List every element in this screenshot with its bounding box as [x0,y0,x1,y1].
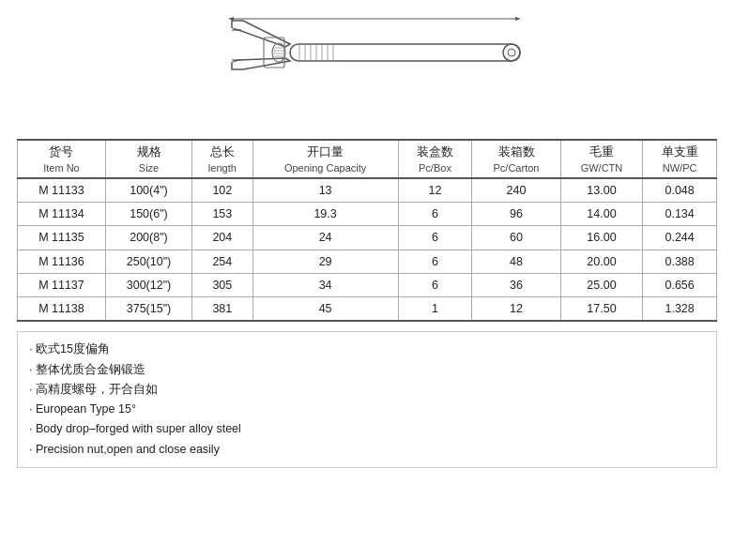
cell-opening: 13 [252,178,398,203]
table-row: M 11135 200(8") 204 24 6 60 16.00 0.244 [18,226,717,250]
cell-nw: 0.244 [643,226,717,250]
cell-length: 204 [192,226,253,250]
cell-length: 102 [192,178,253,203]
svg-marker-22 [228,17,234,21]
feature-zh: · 整体优质合金钢锻造 [29,360,705,380]
cell-pcbox: 6 [398,203,472,226]
cell-nw: 0.048 [643,178,717,203]
svg-marker-10 [232,21,290,47]
feature-zh: · 高精度螺母，开合自如 [29,380,705,400]
svg-point-8 [503,44,520,61]
cell-size: 250(10") [105,250,191,273]
svg-rect-0 [290,44,520,61]
feature-zh: · 欧式15度偏角 [29,340,705,359]
cell-pccarton: 36 [472,273,560,296]
col-header-pccarton: 装箱数Pc/Carton [472,140,560,178]
cell-nw: 0.656 [643,273,717,296]
table-body: M 11133 100(4") 102 13 12 240 13.00 0.04… [18,178,717,322]
cell-nw: 1.328 [643,297,717,322]
feature-en: · Precision nut,open and close easily [29,440,705,460]
cell-pcbox: 1 [398,297,472,322]
cell-pcbox: 6 [398,273,472,296]
cell-opening: 19.3 [252,203,398,226]
cell-pccarton: 12 [472,297,560,322]
col-header-pcbox: 装盒数Pc/Box [398,140,472,178]
cell-nw: 0.134 [643,203,717,226]
table-row: M 11136 250(10") 254 29 6 48 20.00 0.388 [18,250,717,273]
svg-point-9 [508,49,515,56]
col-header-nw: 单支重NW/PC [643,140,717,178]
page: 货号Item No 规格Size 总长length 开口量Opening Cap… [0,0,734,560]
cell-item: M 11136 [18,250,106,273]
cell-length: 153 [192,203,253,226]
cell-length: 254 [192,250,253,273]
table-row: M 11134 150(6") 153 19.3 6 96 14.00 0.13… [18,203,717,226]
cell-size: 375(15") [105,297,191,322]
features-content: · 欧式15度偏角· 整体优质合金钢锻造· 高精度螺母，开合自如· Europe… [29,340,705,460]
cell-pccarton: 48 [472,250,560,273]
cell-opening: 34 [252,273,398,296]
col-header-opening: 开口量Opening Capacity [252,140,398,178]
cell-gw: 16.00 [560,226,643,250]
cell-item: M 11133 [18,178,106,203]
table-header-main: 货号Item No 规格Size 总长length 开口量Opening Cap… [18,140,717,178]
cell-opening: 24 [252,226,398,250]
cell-length: 305 [192,273,253,296]
cell-length: 381 [192,297,253,322]
col-header-gw: 毛重GW/CTN [560,140,643,178]
cell-size: 300(12") [105,273,191,296]
cell-pcbox: 6 [398,226,472,250]
feature-en: · Body drop–forged with super alloy stee… [29,419,705,439]
cell-gw: 20.00 [560,250,643,273]
table-row: M 11138 375(15") 381 45 1 12 17.50 1.328 [18,297,717,322]
cell-size: 100(4") [105,178,191,203]
diagram-area [17,9,717,131]
cell-gw: 25.00 [560,273,643,296]
cell-size: 150(6") [105,203,191,226]
feature-en: · European Type 15° [29,400,705,419]
cell-nw: 0.388 [643,250,717,273]
wrench-svg [215,11,534,100]
table-row: M 11133 100(4") 102 13 12 240 13.00 0.04… [18,178,717,203]
cell-pccarton: 240 [472,178,560,203]
cell-pcbox: 6 [398,250,472,273]
cell-gw: 17.50 [560,297,643,322]
cell-opening: 45 [252,297,398,322]
cell-item: M 11134 [18,203,106,226]
product-table: 货号Item No 规格Size 总长length 开口量Opening Cap… [17,139,717,322]
cell-item: M 11135 [18,226,106,250]
features-section: · 欧式15度偏角· 整体优质合金钢锻造· 高精度螺母，开合自如· Europe… [17,331,717,468]
cell-opening: 29 [252,250,398,273]
svg-marker-23 [515,17,521,21]
cell-item: M 11138 [18,297,106,322]
cell-pcbox: 12 [398,178,472,203]
cell-item: M 11137 [18,273,106,296]
cell-pccarton: 96 [472,203,560,226]
col-header-itemno: 货号Item No [18,140,106,178]
col-header-size: 规格Size [105,140,191,178]
table-row: M 11137 300(12") 305 34 6 36 25.00 0.656 [18,273,717,296]
cell-gw: 13.00 [560,178,643,203]
col-header-length: 总长length [192,140,253,178]
wrench-diagram [198,11,536,105]
cell-size: 200(8") [105,226,191,250]
cell-gw: 14.00 [560,203,643,226]
cell-pccarton: 60 [472,226,560,250]
